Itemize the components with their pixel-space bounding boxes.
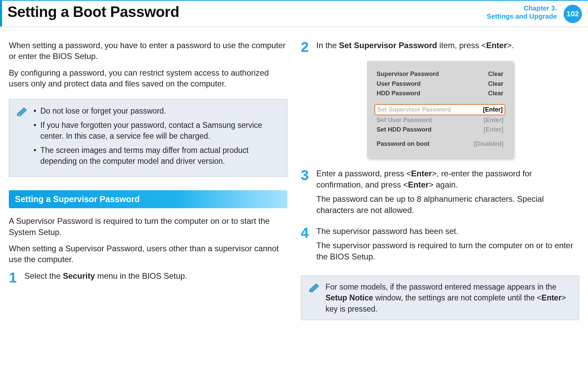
text: window, the settings are not complete un…	[373, 293, 542, 302]
bios-value: [Enter]	[484, 116, 503, 124]
note-item: Do not lose or forget your password.	[34, 105, 280, 116]
step-body: The supervisor password has been set. Th…	[317, 226, 580, 266]
chapter-line-1: Chapter 3.	[487, 4, 557, 12]
text: >.	[507, 41, 514, 50]
note-box: Do not lose or forget your password. If …	[9, 99, 287, 177]
bios-value: [Enter]	[484, 125, 503, 134]
bios-label: Supervisor Password	[377, 70, 439, 78]
note-icon	[309, 283, 321, 292]
bold-text: Enter	[486, 41, 507, 50]
step-number: 4	[301, 226, 311, 266]
step-number: 3	[301, 168, 311, 219]
text: The supervisor password has been set.	[317, 226, 580, 237]
bios-row: User Password Clear	[377, 80, 503, 88]
bios-row: Password on boot [Disabled]	[377, 140, 503, 148]
intro-paragraph-2: By configuring a password, you can restr…	[9, 67, 287, 90]
note-item: The screen images and terms may differ f…	[34, 145, 280, 166]
bios-label: Set Supervisor Password	[377, 105, 451, 114]
intro-paragraph-1: When setting a password, you have to ent…	[9, 40, 287, 62]
section-heading: Setting a Supervisor Password	[9, 190, 287, 209]
step-number: 2	[301, 40, 311, 54]
bold-text: Security	[63, 271, 95, 280]
step-body: Select the Security menu in the BIOS Set…	[24, 271, 287, 285]
bios-label: Password on boot	[377, 140, 429, 148]
bios-value: [Enter]	[483, 105, 503, 114]
bios-row-highlighted: Set Supervisor Password [Enter]	[374, 104, 505, 115]
text: Enter a password, press <	[317, 169, 411, 178]
step-1: 1 Select the Security menu in the BIOS S…	[9, 271, 287, 285]
text: The supervisor password is required to t…	[317, 240, 580, 262]
bios-row: HDD Password Clear	[377, 89, 503, 97]
bios-screenshot-wrap: Supervisor Password Clear User Password …	[301, 61, 580, 158]
step-number: 1	[9, 271, 19, 285]
note-list: Do not lose or forget your password. If …	[34, 105, 280, 170]
step-2: 2 In the Set Supervisor Password item, p…	[301, 40, 580, 54]
supervisor-paragraph-1: A Supervisor Password is required to tur…	[9, 216, 287, 238]
note-item: If you have forgotten your password, con…	[34, 120, 280, 141]
step-4: 4 The supervisor password has been set. …	[301, 226, 580, 266]
left-column: When setting a password, you have to ent…	[9, 40, 287, 320]
text: For some models, if the password entered…	[326, 282, 556, 291]
bios-value: [Disabled]	[474, 140, 503, 148]
page-number-badge: 102	[564, 5, 582, 23]
text: menu in the BIOS Setup.	[95, 271, 187, 280]
chapter-line-2: Settings and Upgrade	[487, 12, 557, 20]
content-columns: When setting a password, you have to ent…	[0, 27, 588, 320]
bios-value: Clear	[488, 70, 503, 78]
bios-row: Set HDD Password [Enter]	[377, 125, 503, 134]
step-body: In the Set Supervisor Password item, pre…	[317, 40, 580, 54]
bios-value: Clear	[488, 89, 503, 97]
bold-text: Enter	[542, 293, 562, 302]
bios-label: Set User Password	[377, 116, 432, 124]
right-column: 2 In the Set Supervisor Password item, p…	[301, 40, 580, 320]
text: Select the	[24, 271, 63, 280]
page-header: Setting a Boot Password Chapter 3. Setti…	[0, 0, 588, 26]
note-text: For some models, if the password entered…	[326, 281, 572, 314]
bold-text: Setup Notice	[326, 293, 373, 302]
step-3: 3 Enter a password, press <Enter>, re-en…	[301, 168, 580, 219]
bold-text: Set Supervisor Password	[339, 41, 437, 50]
text: item, press <	[437, 41, 486, 50]
bold-text: Enter	[408, 180, 429, 189]
manual-page: Setting a Boot Password Chapter 3. Setti…	[0, 0, 588, 373]
bios-row: Set User Password [Enter]	[377, 116, 503, 124]
text: The password can be up to 8 alphanumeric…	[317, 194, 580, 216]
bios-panel: Supervisor Password Clear User Password …	[367, 61, 513, 158]
note-icon	[17, 107, 29, 116]
bios-label: User Password	[377, 80, 421, 88]
step-body: Enter a password, press <Enter>, re-ente…	[317, 168, 580, 219]
bios-label: Set HDD Password	[377, 125, 431, 134]
page-title: Setting a Boot Password	[2, 1, 487, 26]
text: In the	[317, 41, 339, 50]
bios-row: Supervisor Password Clear	[377, 70, 503, 78]
text: > again.	[429, 180, 458, 189]
note-box-2: For some models, if the password entered…	[301, 276, 580, 320]
bios-label: HDD Password	[377, 89, 420, 97]
bios-value: Clear	[488, 80, 503, 88]
bold-text: Enter	[411, 169, 432, 178]
chapter-label: Chapter 3. Settings and Upgrade	[487, 1, 562, 26]
supervisor-paragraph-2: When setting a Supervisor Password, user…	[9, 243, 287, 265]
